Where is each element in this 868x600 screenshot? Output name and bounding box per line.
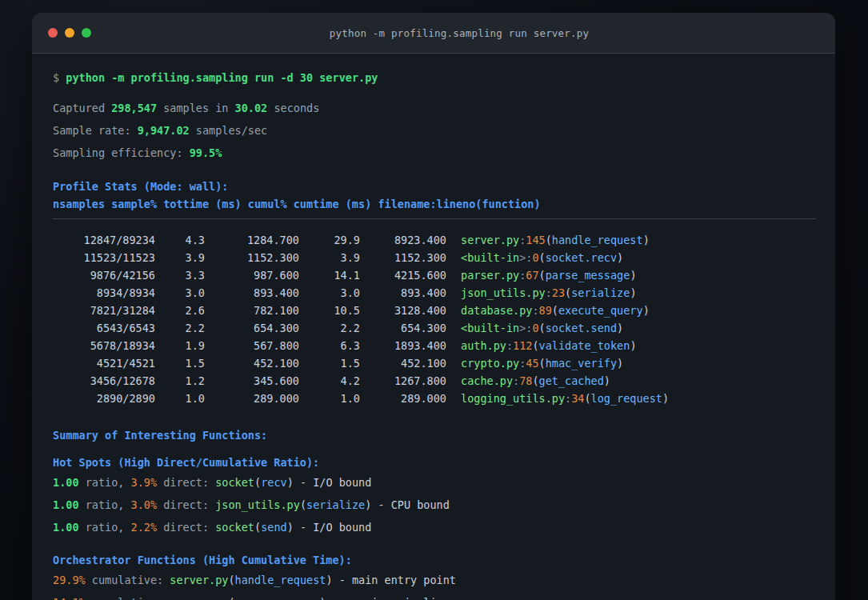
cumtime-cell: 1893.400	[360, 337, 446, 354]
filename-separator: :	[532, 304, 538, 317]
nsamples-cell: 7821/31284	[53, 302, 155, 319]
target-name: socket	[215, 521, 254, 534]
filename: logging_utils.py	[446, 392, 565, 405]
shell-prompt: $	[53, 71, 66, 84]
table-row: 7821/312842.6782.10010.53128.400database…	[53, 302, 816, 319]
sample-pct-cell: 1.9	[155, 337, 205, 354]
function-name: log_request	[591, 392, 662, 405]
function-name: execute_query	[558, 304, 643, 317]
open-paren: (	[228, 596, 234, 600]
filename: <built-in	[446, 251, 519, 264]
line-number: 45	[526, 357, 538, 370]
sample-rate-unit: samples/sec	[190, 124, 268, 137]
orchestrator-list: 29.9% cumulative: server.py(handle_reque…	[53, 571, 816, 600]
minimize-button[interactable]	[65, 28, 74, 38]
tottime-cell: 1152.300	[205, 249, 299, 266]
table-row: 4521/45211.5452.1001.5452.100crypto.py:4…	[53, 354, 816, 372]
filename: <built-in	[446, 322, 519, 334]
tottime-cell: 893.400	[205, 284, 299, 302]
nsamples-cell: 2890/2890	[53, 390, 155, 407]
sample-pct-cell: 2.2	[155, 319, 205, 337]
close-paren: )	[643, 234, 650, 246]
efficiency-line: Sampling efficiency: 99.5%	[53, 144, 816, 162]
zoom-button[interactable]	[82, 28, 91, 38]
line-number: 34	[571, 392, 584, 405]
close-button[interactable]	[48, 28, 58, 38]
ratio-label: ratio,	[79, 476, 131, 489]
filename: parser.py	[446, 269, 519, 282]
tottime-cell: 289.000	[205, 390, 299, 407]
function-name: get_cached	[539, 374, 604, 387]
orchestrator-line: 14.1% cumulative: parser.py(parse_messag…	[53, 594, 816, 600]
filename: crypto.py	[446, 357, 519, 370]
close-paren: )	[617, 251, 623, 264]
line-number: 0	[532, 322, 538, 334]
sample-pct-cell: 1.5	[155, 354, 205, 372]
ratio-value: 1.00	[53, 498, 79, 511]
open-paren: (	[532, 339, 538, 352]
tottime-cell: 654.300	[205, 319, 299, 337]
open-paren: (	[546, 234, 552, 246]
target-name: json_utils.py	[215, 498, 300, 511]
filename: server.py	[170, 574, 228, 586]
close-paren: )	[643, 304, 650, 317]
hot-spot-line: 1.00 ratio, 3.9% direct: socket(recv) - …	[53, 474, 816, 491]
open-paren: (	[539, 357, 546, 370]
orchestrator-line: 29.9% cumulative: server.py(handle_reque…	[53, 571, 816, 589]
cumtime-cell: 8923.400	[360, 231, 446, 249]
close-paren: )	[630, 286, 636, 299]
bound-note: - CPU bound	[371, 498, 450, 511]
cumul-pct-cell: 4.2	[299, 372, 360, 390]
cumtime-cell: 1267.800	[360, 372, 446, 390]
sample-pct-cell: 4.3	[155, 231, 205, 249]
table-row: 5678/189341.9567.8006.31893.400auth.py:1…	[53, 337, 816, 354]
captured-label: Captured	[53, 102, 111, 114]
hot-spot-line: 1.00 ratio, 3.0% direct: json_utils.py(s…	[53, 496, 816, 514]
shell-command: python -m profiling.sampling run -d 30 s…	[66, 71, 378, 84]
nsamples-cell: 12847/89234	[53, 231, 155, 249]
tottime-cell: 452.100	[205, 354, 299, 372]
role-note: - parsing pipeline	[326, 596, 449, 600]
window-title: python -m profiling.sampling run server.…	[91, 27, 835, 39]
cumul-pct-cell: 6.3	[299, 337, 360, 354]
function-name: handle_request	[235, 574, 326, 586]
function-name: send	[261, 521, 287, 534]
tottime-cell: 567.800	[205, 337, 299, 354]
open-paren: (	[254, 521, 261, 534]
ratio-value: 1.00	[53, 521, 79, 534]
open-paren: (	[539, 269, 546, 282]
cumul-pct-cell: 2.2	[299, 319, 360, 337]
table-row: 9876/421563.3987.60014.14215.600parser.p…	[53, 266, 816, 284]
function-name: hmac_verify	[546, 357, 617, 370]
filename-separator: :	[513, 374, 519, 387]
hot-spots-list: 1.00 ratio, 3.9% direct: socket(recv) - …	[53, 474, 816, 536]
direct-pct: 3.9%	[131, 476, 158, 489]
terminal-output[interactable]: $ python -m profiling.sampling run -d 30…	[32, 54, 835, 600]
close-paren: )	[630, 339, 636, 352]
hot-spot-line: 1.00 ratio, 2.2% direct: socket(send) - …	[53, 518, 816, 536]
open-paren: (	[565, 286, 571, 299]
target-name: socket	[215, 476, 254, 489]
line-number: 78	[519, 374, 532, 387]
table-row: 12847/892344.31284.70029.98923.400server…	[53, 231, 816, 249]
cumtime-cell: 1152.300	[360, 249, 446, 266]
nsamples-cell: 9876/42156	[53, 266, 155, 284]
cumulative-label: cumulative:	[86, 574, 170, 586]
function-name: socket.send	[546, 322, 617, 334]
profile-table: 12847/892344.31284.70029.98923.400server…	[53, 231, 816, 407]
close-paren: )	[630, 269, 636, 282]
sample-pct-cell: 1.2	[155, 372, 205, 390]
filename-separator: >:	[519, 322, 532, 334]
terminal-window: python -m profiling.sampling run server.…	[32, 13, 835, 600]
open-paren: (	[539, 251, 546, 264]
nsamples-cell: 8934/8934	[53, 284, 155, 302]
filename-separator: :	[506, 339, 513, 352]
ratio-label: ratio,	[79, 521, 131, 534]
tottime-cell: 987.600	[205, 266, 299, 284]
cumul-pct-cell: 14.1	[299, 266, 360, 284]
cumul-pct-cell: 1.5	[299, 354, 360, 372]
filename: database.py	[446, 304, 532, 317]
filename-separator: :	[546, 286, 552, 299]
cumtime-cell: 4215.600	[360, 266, 446, 284]
cumul-pct-cell: 3.0	[299, 284, 360, 302]
